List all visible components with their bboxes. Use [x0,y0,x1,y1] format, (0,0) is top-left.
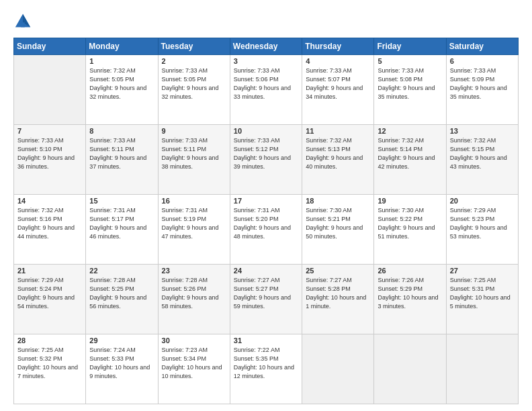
day-info: Sunrise: 7:33 AMSunset: 5:07 PMDaylight:… [306,66,370,101]
day-number: 4 [306,57,370,65]
day-info: Sunrise: 7:33 AMSunset: 5:06 PMDaylight:… [234,66,298,101]
day-info: Sunrise: 7:29 AMSunset: 5:23 PMDaylight:… [450,206,515,241]
day-info: Sunrise: 7:31 AMSunset: 5:17 PMDaylight:… [89,206,154,241]
calendar-cell: 3Sunrise: 7:33 AMSunset: 5:06 PMDaylight… [230,55,302,125]
day-number: 27 [450,267,515,275]
day-info: Sunrise: 7:24 AMSunset: 5:33 PMDaylight:… [89,346,154,381]
weekday-header-wednesday: Wednesday [230,38,302,55]
day-number: 29 [89,336,154,345]
day-number: 12 [378,127,442,135]
calendar-cell: 23Sunrise: 7:28 AMSunset: 5:26 PMDayligh… [158,265,230,334]
calendar-cell [374,334,446,404]
calendar-cell: 10Sunrise: 7:33 AMSunset: 5:12 PMDayligh… [230,125,302,195]
calendar-cell: 21Sunrise: 7:29 AMSunset: 5:24 PMDayligh… [14,265,86,334]
day-number: 11 [306,127,370,135]
day-number: 6 [450,57,515,65]
day-number: 18 [306,197,370,205]
calendar-cell [14,55,86,125]
day-number: 5 [378,57,442,65]
calendar-cell: 26Sunrise: 7:26 AMSunset: 5:29 PMDayligh… [374,265,446,334]
calendar-table: SundayMondayTuesdayWednesdayThursdayFrid… [13,38,519,404]
week-row-1: 1Sunrise: 7:32 AMSunset: 5:05 PMDaylight… [14,55,519,125]
day-info: Sunrise: 7:27 AMSunset: 5:28 PMDaylight:… [306,276,370,311]
day-number: 25 [306,267,370,275]
logo [13,12,35,31]
day-number: 30 [162,336,226,345]
day-number: 16 [162,197,226,205]
day-info: Sunrise: 7:33 AMSunset: 5:12 PMDaylight:… [234,136,298,171]
weekday-header-tuesday: Tuesday [158,38,230,55]
day-number: 21 [17,267,82,275]
day-info: Sunrise: 7:33 AMSunset: 5:10 PMDaylight:… [17,136,82,171]
day-info: Sunrise: 7:26 AMSunset: 5:29 PMDaylight:… [378,276,442,311]
day-info: Sunrise: 7:33 AMSunset: 5:08 PMDaylight:… [378,66,442,101]
day-info: Sunrise: 7:32 AMSunset: 5:16 PMDaylight:… [17,206,82,241]
weekday-header-saturday: Saturday [446,38,518,55]
week-row-3: 14Sunrise: 7:32 AMSunset: 5:16 PMDayligh… [14,195,519,265]
day-info: Sunrise: 7:29 AMSunset: 5:24 PMDaylight:… [17,276,82,311]
calendar-cell: 30Sunrise: 7:23 AMSunset: 5:34 PMDayligh… [158,334,230,404]
day-number: 13 [450,127,515,135]
calendar-cell: 24Sunrise: 7:27 AMSunset: 5:27 PMDayligh… [230,265,302,334]
day-number: 22 [89,267,154,275]
day-number: 7 [17,127,82,135]
week-row-2: 7Sunrise: 7:33 AMSunset: 5:10 PMDaylight… [14,125,519,195]
day-info: Sunrise: 7:25 AMSunset: 5:32 PMDaylight:… [17,346,82,381]
day-info: Sunrise: 7:23 AMSunset: 5:34 PMDaylight:… [162,346,226,381]
calendar-cell: 25Sunrise: 7:27 AMSunset: 5:28 PMDayligh… [302,265,374,334]
svg-rect-2 [21,22,25,27]
calendar-cell: 13Sunrise: 7:32 AMSunset: 5:15 PMDayligh… [446,125,518,195]
day-number: 9 [162,127,226,135]
day-number: 28 [17,336,82,345]
calendar-cell: 8Sunrise: 7:33 AMSunset: 5:11 PMDaylight… [86,125,158,195]
calendar-cell: 22Sunrise: 7:28 AMSunset: 5:25 PMDayligh… [86,265,158,334]
calendar-cell: 27Sunrise: 7:25 AMSunset: 5:31 PMDayligh… [446,265,518,334]
calendar-cell: 17Sunrise: 7:31 AMSunset: 5:20 PMDayligh… [230,195,302,265]
day-info: Sunrise: 7:28 AMSunset: 5:25 PMDaylight:… [89,276,154,311]
day-info: Sunrise: 7:32 AMSunset: 5:05 PMDaylight:… [89,66,154,101]
day-number: 14 [17,197,82,205]
calendar-cell [446,334,518,404]
week-row-4: 21Sunrise: 7:29 AMSunset: 5:24 PMDayligh… [14,265,519,334]
calendar-cell: 11Sunrise: 7:32 AMSunset: 5:13 PMDayligh… [302,125,374,195]
calendar-cell: 29Sunrise: 7:24 AMSunset: 5:33 PMDayligh… [86,334,158,404]
day-number: 31 [234,336,298,345]
weekday-header-sunday: Sunday [14,38,86,55]
day-info: Sunrise: 7:30 AMSunset: 5:22 PMDaylight:… [378,206,442,241]
day-number: 3 [234,57,298,65]
calendar-cell: 6Sunrise: 7:33 AMSunset: 5:09 PMDaylight… [446,55,518,125]
calendar-cell: 20Sunrise: 7:29 AMSunset: 5:23 PMDayligh… [446,195,518,265]
day-info: Sunrise: 7:32 AMSunset: 5:14 PMDaylight:… [378,136,442,171]
calendar-cell: 12Sunrise: 7:32 AMSunset: 5:14 PMDayligh… [374,125,446,195]
day-info: Sunrise: 7:33 AMSunset: 5:11 PMDaylight:… [89,136,154,171]
day-number: 24 [234,267,298,275]
day-info: Sunrise: 7:31 AMSunset: 5:20 PMDaylight:… [234,206,298,241]
calendar-cell: 5Sunrise: 7:33 AMSunset: 5:08 PMDaylight… [374,55,446,125]
week-row-5: 28Sunrise: 7:25 AMSunset: 5:32 PMDayligh… [14,334,519,404]
day-number: 2 [162,57,226,65]
page: SundayMondayTuesdayWednesdayThursdayFrid… [0,0,532,411]
day-number: 1 [89,57,154,65]
day-number: 20 [450,197,515,205]
day-info: Sunrise: 7:31 AMSunset: 5:19 PMDaylight:… [162,206,226,241]
calendar-cell: 1Sunrise: 7:32 AMSunset: 5:05 PMDaylight… [86,55,158,125]
calendar-cell: 28Sunrise: 7:25 AMSunset: 5:32 PMDayligh… [14,334,86,404]
calendar-cell [302,334,374,404]
weekday-header-row: SundayMondayTuesdayWednesdayThursdayFrid… [14,38,519,55]
day-info: Sunrise: 7:33 AMSunset: 5:09 PMDaylight:… [450,66,515,101]
day-info: Sunrise: 7:28 AMSunset: 5:26 PMDaylight:… [162,276,226,311]
calendar-cell: 16Sunrise: 7:31 AMSunset: 5:19 PMDayligh… [158,195,230,265]
header [13,12,519,31]
calendar-cell: 7Sunrise: 7:33 AMSunset: 5:10 PMDaylight… [14,125,86,195]
weekday-header-friday: Friday [374,38,446,55]
day-info: Sunrise: 7:25 AMSunset: 5:31 PMDaylight:… [450,276,515,311]
calendar-cell: 15Sunrise: 7:31 AMSunset: 5:17 PMDayligh… [86,195,158,265]
weekday-header-monday: Monday [86,38,158,55]
day-info: Sunrise: 7:32 AMSunset: 5:15 PMDaylight:… [450,136,515,171]
calendar-cell: 4Sunrise: 7:33 AMSunset: 5:07 PMDaylight… [302,55,374,125]
day-number: 8 [89,127,154,135]
day-number: 10 [234,127,298,135]
day-number: 15 [89,197,154,205]
calendar-cell: 19Sunrise: 7:30 AMSunset: 5:22 PMDayligh… [374,195,446,265]
day-info: Sunrise: 7:33 AMSunset: 5:05 PMDaylight:… [162,66,226,101]
